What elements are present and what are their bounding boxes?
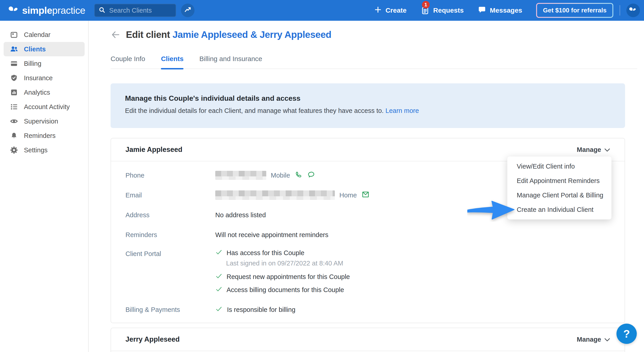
sidebar-item-label: Calendar <box>24 31 50 38</box>
search-box[interactable] <box>94 4 176 17</box>
reminders-bell-icon <box>10 132 18 140</box>
learn-more-link[interactable]: Learn more <box>386 107 419 114</box>
sidebar-item-reminders[interactable]: Reminders <box>4 129 84 143</box>
reminders-label: Reminders <box>126 231 215 239</box>
create-label: Create <box>386 6 406 14</box>
menu-item-edit-appointment-reminders[interactable]: Edit Appointment Reminders <box>507 174 612 188</box>
client-card-jerry: Jerry Appleseed Manage <box>110 328 625 352</box>
menu-item-manage-client-portal-billing[interactable]: Manage Client Portal & Billing <box>507 188 612 202</box>
check-icon <box>215 286 222 294</box>
tab-clients[interactable]: Clients <box>161 55 184 68</box>
email-label: Email <box>126 191 215 199</box>
check-icon <box>215 305 222 314</box>
requests-badge: 1 <box>422 1 430 8</box>
create-button[interactable]: Create <box>374 6 406 15</box>
banner-text: Edit the individual details for each Cli… <box>125 107 384 114</box>
tab-billing-and-insurance[interactable]: Billing and Insurance <box>199 55 262 68</box>
clients-icon <box>10 45 18 53</box>
check-icon <box>215 249 222 257</box>
check-icon <box>215 272 222 281</box>
sidebar-item-insurance[interactable]: Insurance <box>4 71 84 85</box>
sidebar-item-settings[interactable]: Settings <box>4 143 84 157</box>
requests-button[interactable]: 1 Requests <box>420 6 464 15</box>
reminders-value: Will not receive appointment reminders <box>215 231 328 239</box>
manage-label: Manage <box>577 336 601 343</box>
billing-icon <box>10 59 18 68</box>
menu-item-create-individual-client[interactable]: Create an Individual Client <box>507 202 612 217</box>
calendar-icon <box>10 31 18 39</box>
topbar: simplepractice Create <box>0 0 644 21</box>
portal-billing-docs-text: Access billing documents for this Couple <box>226 286 344 294</box>
sidebar: Calendar Clients Billing <box>0 21 89 352</box>
redacted-phone-value <box>215 171 266 180</box>
sidebar-item-supervision[interactable]: Supervision <box>4 114 84 129</box>
search-input[interactable] <box>109 6 165 14</box>
analytics-trend-button[interactable] <box>181 3 194 17</box>
chevron-down-icon <box>604 146 610 154</box>
question-mark-icon: ? <box>623 328 630 340</box>
address-label: Address <box>126 211 215 219</box>
portal-access-line: Has access for this Couple <box>215 248 350 258</box>
page-title: Edit client Jamie Appleseed & Jerry Appl… <box>126 29 331 40</box>
messages-button[interactable]: Messages <box>478 5 522 15</box>
call-phone-icon[interactable] <box>294 171 302 180</box>
requests-label: Requests <box>433 6 464 14</box>
sidebar-item-account-activity[interactable]: Account Activity <box>4 100 84 114</box>
sidebar-item-label: Billing <box>24 60 41 67</box>
sidebar-item-label: Account Activity <box>24 103 70 111</box>
billing-payments-label: Billing & Payments <box>126 306 215 314</box>
sidebar-item-label: Supervision <box>24 118 58 125</box>
client-portal-row: Client Portal Has access for this Couple… <box>126 245 610 295</box>
page-title-client-name: Jamie Appleseed & Jerry Appleseed <box>172 29 331 40</box>
back-arrow-icon[interactable] <box>110 30 120 40</box>
client-portal-label: Client Portal <box>126 245 215 258</box>
trending-line-icon <box>184 6 192 15</box>
plus-icon <box>374 6 382 15</box>
sidebar-item-clients[interactable]: Clients <box>4 42 84 56</box>
banner-body: Edit the individual details for each Cli… <box>125 107 610 115</box>
app-logo[interactable]: simplepractice <box>8 5 85 16</box>
sidebar-item-analytics[interactable]: Analytics <box>4 85 84 100</box>
sidebar-item-label: Analytics <box>24 89 50 96</box>
messages-label: Messages <box>490 6 522 14</box>
help-button[interactable]: ? <box>616 324 637 344</box>
client-name: Jamie Appleseed <box>126 146 182 154</box>
topbar-divider <box>620 5 620 15</box>
sidebar-item-label: Settings <box>24 147 48 154</box>
tab-couple-info[interactable]: Couple Info <box>110 55 145 68</box>
manage-dropdown-button[interactable]: Manage <box>577 336 610 343</box>
sidebar-item-label: Insurance <box>24 74 52 82</box>
menu-item-view-edit-client-info[interactable]: View/Edit Client info <box>507 159 612 174</box>
sidebar-item-label: Clients <box>24 45 46 53</box>
portal-billing-docs-line: Access billing documents for this Couple <box>215 285 350 295</box>
billing-payments-row: Billing & Payments Is responsible for bi… <box>126 300 610 320</box>
sidebar-item-calendar[interactable]: Calendar <box>4 27 84 42</box>
referral-button[interactable]: Get $100 for referrals <box>536 3 613 18</box>
requests-clipboard-icon: 1 <box>420 6 430 15</box>
phone-label: Phone <box>126 172 215 179</box>
portal-access-text: Has access for this Couple <box>226 249 304 257</box>
reminders-row: Reminders Will not receive appointment r… <box>126 225 610 245</box>
manage-label: Manage <box>577 146 601 154</box>
address-value: No address listed <box>215 211 266 219</box>
manage-dropdown-button[interactable]: Manage <box>577 146 610 154</box>
portal-request-line: Request new appointments for this Couple <box>215 272 350 282</box>
sidebar-item-billing[interactable]: Billing <box>4 56 84 71</box>
account-avatar[interactable] <box>626 3 640 17</box>
page-title-prefix: Edit client <box>126 29 170 40</box>
last-signed-in-text: Last signed in on 09/27/2022 at 8:40 AM <box>226 259 350 267</box>
butterfly-logo-icon <box>8 5 20 15</box>
portal-request-text: Request new appointments for this Couple <box>226 273 350 281</box>
phone-type: Mobile <box>271 172 290 179</box>
send-email-icon[interactable] <box>361 190 370 200</box>
supervision-icon <box>10 117 18 126</box>
send-message-icon[interactable] <box>307 171 315 180</box>
tab-bar: Couple Info Clients Billing and Insuranc… <box>110 55 637 69</box>
manage-dropdown-menu: View/Edit Client info Edit Appointment R… <box>507 156 612 219</box>
topbar-actions: Create 1 Requests Messages <box>374 3 644 18</box>
messages-bubble-icon <box>478 5 486 15</box>
account-activity-icon <box>10 103 18 111</box>
redacted-email-value <box>215 190 335 200</box>
info-banner: Manage this Couple's individual details … <box>110 83 625 128</box>
search-icon <box>98 6 106 14</box>
